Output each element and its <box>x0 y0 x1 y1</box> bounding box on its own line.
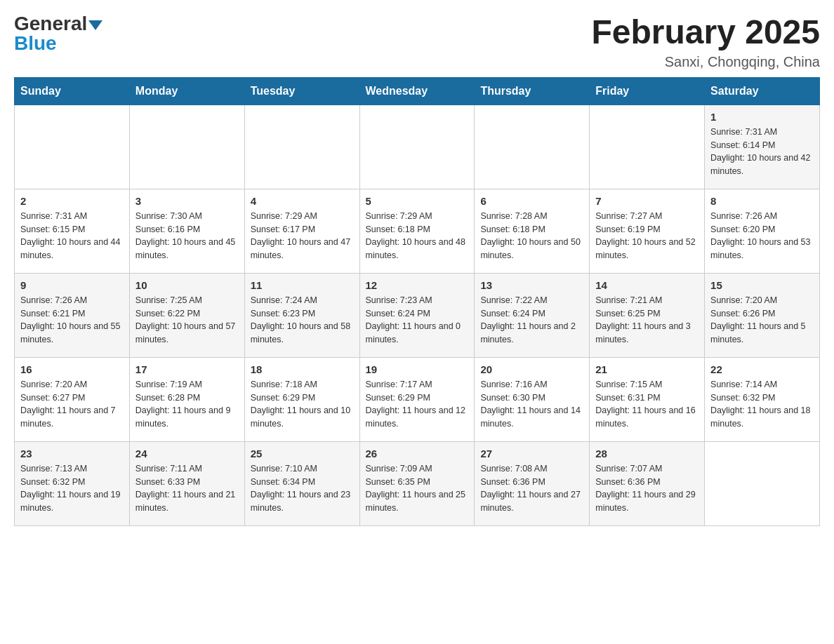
day-info: Sunrise: 7:24 AM Sunset: 6:23 PM Dayligh… <box>251 294 354 347</box>
calendar-cell: 16Sunrise: 7:20 AM Sunset: 6:27 PM Dayli… <box>15 357 130 441</box>
calendar-cell: 12Sunrise: 7:23 AM Sunset: 6:24 PM Dayli… <box>359 273 475 357</box>
day-info: Sunrise: 7:21 AM Sunset: 6:25 PM Dayligh… <box>595 294 699 347</box>
day-info: Sunrise: 7:23 AM Sunset: 6:24 PM Dayligh… <box>366 294 469 347</box>
calendar-cell: 17Sunrise: 7:19 AM Sunset: 6:28 PM Dayli… <box>129 357 244 441</box>
page-header: General Blue February 2025 Sanxi, Chongq… <box>14 14 820 70</box>
day-number: 15 <box>710 279 814 291</box>
logo: General Blue <box>14 14 102 53</box>
day-number: 18 <box>251 363 354 375</box>
header-friday: Friday <box>590 77 705 105</box>
calendar-title: February 2025 <box>591 14 820 51</box>
day-info: Sunrise: 7:26 AM Sunset: 6:21 PM Dayligh… <box>20 294 124 347</box>
calendar-cell: 4Sunrise: 7:29 AM Sunset: 6:17 PM Daylig… <box>244 189 359 273</box>
calendar-cell: 2Sunrise: 7:31 AM Sunset: 6:15 PM Daylig… <box>15 189 130 273</box>
day-info: Sunrise: 7:08 AM Sunset: 6:36 PM Dayligh… <box>480 462 583 515</box>
day-number: 17 <box>135 363 239 375</box>
calendar-cell: 23Sunrise: 7:13 AM Sunset: 6:32 PM Dayli… <box>15 441 130 525</box>
calendar-cell: 7Sunrise: 7:27 AM Sunset: 6:19 PM Daylig… <box>590 189 705 273</box>
day-info: Sunrise: 7:27 AM Sunset: 6:19 PM Dayligh… <box>595 210 699 262</box>
logo-general-text: General <box>14 14 102 34</box>
day-info: Sunrise: 7:15 AM Sunset: 6:31 PM Dayligh… <box>595 378 699 431</box>
day-info: Sunrise: 7:25 AM Sunset: 6:22 PM Dayligh… <box>135 294 239 347</box>
calendar-cell: 28Sunrise: 7:07 AM Sunset: 6:36 PM Dayli… <box>590 441 705 525</box>
day-number: 11 <box>251 279 354 291</box>
day-info: Sunrise: 7:30 AM Sunset: 6:16 PM Dayligh… <box>135 210 239 262</box>
day-info: Sunrise: 7:22 AM Sunset: 6:24 PM Dayligh… <box>480 294 583 347</box>
day-number: 7 <box>595 195 699 207</box>
week-row-1: 2Sunrise: 7:31 AM Sunset: 6:15 PM Daylig… <box>15 189 820 273</box>
day-info: Sunrise: 7:17 AM Sunset: 6:29 PM Dayligh… <box>366 378 469 431</box>
week-row-4: 23Sunrise: 7:13 AM Sunset: 6:32 PM Dayli… <box>15 441 820 525</box>
title-block: February 2025 Sanxi, Chongqing, China <box>591 14 820 70</box>
header-monday: Monday <box>129 77 244 105</box>
day-number: 8 <box>710 195 814 207</box>
header-sunday: Sunday <box>15 77 130 105</box>
calendar-cell: 3Sunrise: 7:30 AM Sunset: 6:16 PM Daylig… <box>129 189 244 273</box>
calendar-cell: 8Sunrise: 7:26 AM Sunset: 6:20 PM Daylig… <box>705 189 820 273</box>
calendar-cell: 1Sunrise: 7:31 AM Sunset: 6:14 PM Daylig… <box>705 105 820 189</box>
calendar-cell: 20Sunrise: 7:16 AM Sunset: 6:30 PM Dayli… <box>475 357 590 441</box>
day-number: 12 <box>366 279 469 291</box>
day-number: 3 <box>135 195 239 207</box>
calendar-cell: 15Sunrise: 7:20 AM Sunset: 6:26 PM Dayli… <box>705 273 820 357</box>
day-number: 1 <box>710 111 814 123</box>
day-number: 5 <box>366 195 469 207</box>
calendar-cell: 10Sunrise: 7:25 AM Sunset: 6:22 PM Dayli… <box>129 273 244 357</box>
calendar-cell <box>590 105 705 189</box>
calendar-cell <box>705 441 820 525</box>
day-number: 24 <box>135 448 239 459</box>
day-number: 26 <box>366 448 469 459</box>
day-number: 4 <box>251 195 354 207</box>
week-row-3: 16Sunrise: 7:20 AM Sunset: 6:27 PM Dayli… <box>15 357 820 441</box>
day-info: Sunrise: 7:20 AM Sunset: 6:27 PM Dayligh… <box>20 378 124 431</box>
calendar-cell: 11Sunrise: 7:24 AM Sunset: 6:23 PM Dayli… <box>244 273 359 357</box>
header-tuesday: Tuesday <box>244 77 359 105</box>
day-info: Sunrise: 7:16 AM Sunset: 6:30 PM Dayligh… <box>480 378 583 431</box>
calendar-cell <box>475 105 590 189</box>
day-number: 2 <box>20 195 124 207</box>
calendar-cell <box>359 105 475 189</box>
logo-arrow-icon <box>88 20 102 30</box>
day-number: 19 <box>366 363 469 375</box>
calendar-cell: 27Sunrise: 7:08 AM Sunset: 6:36 PM Dayli… <box>475 441 590 525</box>
calendar-cell: 18Sunrise: 7:18 AM Sunset: 6:29 PM Dayli… <box>244 357 359 441</box>
calendar-cell <box>244 105 359 189</box>
day-info: Sunrise: 7:13 AM Sunset: 6:32 PM Dayligh… <box>20 462 124 515</box>
calendar-cell: 5Sunrise: 7:29 AM Sunset: 6:18 PM Daylig… <box>359 189 475 273</box>
week-row-2: 9Sunrise: 7:26 AM Sunset: 6:21 PM Daylig… <box>15 273 820 357</box>
day-info: Sunrise: 7:10 AM Sunset: 6:34 PM Dayligh… <box>251 462 354 515</box>
day-info: Sunrise: 7:26 AM Sunset: 6:20 PM Dayligh… <box>710 210 814 262</box>
day-number: 23 <box>20 448 124 459</box>
day-info: Sunrise: 7:20 AM Sunset: 6:26 PM Dayligh… <box>710 294 814 347</box>
day-info: Sunrise: 7:29 AM Sunset: 6:18 PM Dayligh… <box>366 210 469 262</box>
day-info: Sunrise: 7:29 AM Sunset: 6:17 PM Dayligh… <box>251 210 354 262</box>
day-number: 14 <box>595 279 699 291</box>
calendar-cell <box>129 105 244 189</box>
day-info: Sunrise: 7:28 AM Sunset: 6:18 PM Dayligh… <box>480 210 583 262</box>
day-info: Sunrise: 7:31 AM Sunset: 6:14 PM Dayligh… <box>710 126 814 178</box>
day-info: Sunrise: 7:19 AM Sunset: 6:28 PM Dayligh… <box>135 378 239 431</box>
calendar-cell: 14Sunrise: 7:21 AM Sunset: 6:25 PM Dayli… <box>590 273 705 357</box>
calendar-cell: 24Sunrise: 7:11 AM Sunset: 6:33 PM Dayli… <box>129 441 244 525</box>
calendar-cell: 26Sunrise: 7:09 AM Sunset: 6:35 PM Dayli… <box>359 441 475 525</box>
logo-blue-text: Blue <box>14 34 57 53</box>
day-number: 20 <box>480 363 583 375</box>
calendar-cell: 22Sunrise: 7:14 AM Sunset: 6:32 PM Dayli… <box>705 357 820 441</box>
day-number: 10 <box>135 279 239 291</box>
day-info: Sunrise: 7:09 AM Sunset: 6:35 PM Dayligh… <box>366 462 469 515</box>
calendar-cell: 6Sunrise: 7:28 AM Sunset: 6:18 PM Daylig… <box>475 189 590 273</box>
day-info: Sunrise: 7:31 AM Sunset: 6:15 PM Dayligh… <box>20 210 124 262</box>
day-number: 9 <box>20 279 124 291</box>
header-row: Sunday Monday Tuesday Wednesday Thursday… <box>15 77 820 105</box>
day-info: Sunrise: 7:11 AM Sunset: 6:33 PM Dayligh… <box>135 462 239 515</box>
calendar-table: Sunday Monday Tuesday Wednesday Thursday… <box>14 77 820 526</box>
calendar-cell: 25Sunrise: 7:10 AM Sunset: 6:34 PM Dayli… <box>244 441 359 525</box>
day-info: Sunrise: 7:18 AM Sunset: 6:29 PM Dayligh… <box>251 378 354 431</box>
day-number: 13 <box>480 279 583 291</box>
day-number: 28 <box>595 448 699 459</box>
day-number: 6 <box>480 195 583 207</box>
header-thursday: Thursday <box>475 77 590 105</box>
week-row-0: 1Sunrise: 7:31 AM Sunset: 6:14 PM Daylig… <box>15 105 820 189</box>
calendar-cell: 21Sunrise: 7:15 AM Sunset: 6:31 PM Dayli… <box>590 357 705 441</box>
header-saturday: Saturday <box>705 77 820 105</box>
